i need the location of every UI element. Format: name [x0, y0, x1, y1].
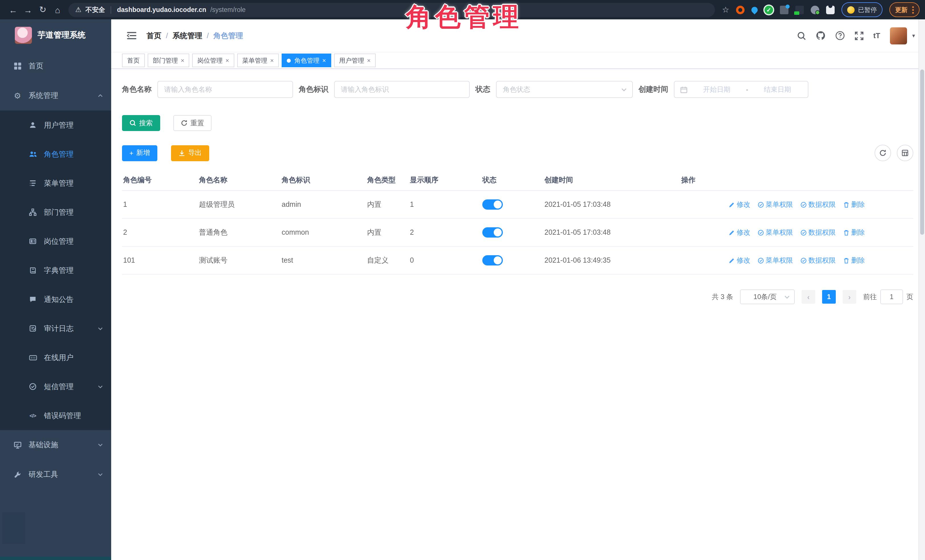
extension-misc-icon[interactable]: [780, 5, 788, 14]
sidebar-item-infrastructure[interactable]: 基础设施: [0, 430, 111, 460]
sidebar-item-system-management[interactable]: ⚙ 系统管理: [0, 81, 111, 111]
screen: ← → ↻ ⌂ ⚠ 不安全 dashboard.yudao.iocoder.cn…: [0, 0, 925, 560]
app-shell: 芋道管理系统 首页 ⚙ 系统管理 用户: [0, 20, 925, 560]
url-path[interactable]: /system/role: [210, 6, 246, 13]
security-warning-icon[interactable]: ⚠: [75, 6, 81, 14]
action-delete-link[interactable]: 删除: [843, 200, 865, 209]
status-toggle[interactable]: [482, 200, 503, 210]
circle-check-icon: [758, 257, 764, 263]
page-number-1[interactable]: 1: [822, 290, 836, 304]
url-host[interactable]: dashboard.yudao.iocoder.cn: [117, 6, 206, 13]
browser-reload-icon[interactable]: ↻: [35, 2, 50, 17]
export-button[interactable]: 导出: [171, 145, 209, 161]
sidebar-item-notice[interactable]: 通知公告: [0, 285, 111, 314]
scrollbar-thumb[interactable]: [920, 69, 924, 235]
tab-post-management[interactable]: 岗位管理 ×: [193, 54, 234, 67]
sidebar-item-online-user[interactable]: 在线用户: [0, 343, 111, 372]
tree-icon: [29, 208, 37, 216]
paused-pill[interactable]: 已暂停: [842, 2, 883, 17]
extensions-puzzle-icon[interactable]: [826, 5, 835, 14]
action-delete-link[interactable]: 删除: [843, 255, 865, 265]
action-data-permission-link[interactable]: 数据权限: [800, 228, 836, 237]
page-size-select[interactable]: 10条/页: [740, 290, 795, 304]
breadcrumb-system[interactable]: 系统管理: [172, 30, 202, 41]
avatar-caret-down-icon[interactable]: ▾: [912, 33, 915, 39]
close-icon[interactable]: ×: [367, 57, 371, 64]
browser-update-button[interactable]: 更新: [889, 2, 920, 17]
sidebar-item-error-code-management[interactable]: </> 错误码管理: [0, 401, 111, 430]
close-icon[interactable]: ×: [270, 57, 274, 64]
tab-label: 用户管理: [339, 56, 364, 65]
action-menu-permission-link[interactable]: 菜单权限: [758, 228, 793, 237]
extension-donut-icon[interactable]: [736, 5, 744, 14]
sidebar-item-sms-management[interactable]: 短信管理: [0, 372, 111, 401]
sidebar-item-post-management[interactable]: 岗位管理: [0, 227, 111, 256]
user-avatar[interactable]: [890, 27, 907, 44]
search-icon[interactable]: [797, 31, 806, 40]
extension-drop-icon[interactable]: [750, 5, 759, 14]
plus-icon: +: [130, 149, 133, 157]
breadcrumb-home[interactable]: 首页: [146, 30, 161, 41]
help-icon[interactable]: [835, 31, 845, 41]
tab-home[interactable]: 首页: [122, 54, 145, 67]
action-edit-link[interactable]: 修改: [729, 228, 750, 237]
bookmark-star-icon[interactable]: ☆: [722, 5, 729, 14]
status-label: 状态: [476, 84, 490, 95]
action-menu-permission-link[interactable]: 菜单权限: [758, 255, 793, 265]
sidebar-item-home[interactable]: 首页: [0, 51, 111, 81]
sidebar-item-dept-management[interactable]: 部门管理: [0, 198, 111, 227]
tab-user-management[interactable]: 用户管理 ×: [334, 54, 376, 67]
browser-home-icon[interactable]: ⌂: [50, 2, 65, 17]
text-size-icon[interactable]: tT: [873, 32, 880, 40]
fullscreen-icon[interactable]: [854, 31, 863, 40]
sidebar-item-role-management[interactable]: 角色管理: [0, 140, 111, 169]
tab-dept-management[interactable]: 部门管理 ×: [148, 54, 190, 67]
role-key-input[interactable]: [334, 81, 470, 98]
page-scrollbar[interactable]: [919, 20, 925, 560]
add-button[interactable]: + 新增: [122, 145, 157, 161]
sidebar-item-menu-management[interactable]: 菜单管理: [0, 169, 111, 198]
role-name-input[interactable]: [157, 81, 293, 98]
column-settings-button[interactable]: [897, 145, 913, 161]
browser-forward-icon[interactable]: →: [21, 2, 35, 17]
github-icon[interactable]: [815, 31, 825, 41]
sidebar-item-audit-log[interactable]: 审计日志: [0, 314, 111, 343]
action-data-permission-link[interactable]: 数据权限: [800, 200, 836, 209]
sidebar-item-dev-tools[interactable]: 研发工具: [0, 460, 111, 489]
action-delete-link[interactable]: 删除: [843, 228, 865, 237]
hamburger-icon[interactable]: [127, 32, 137, 40]
col-role-type: 角色类型: [366, 170, 409, 191]
sidebar-item-user-management[interactable]: 用户管理: [0, 111, 111, 140]
extension-profile-icon[interactable]: [811, 5, 819, 14]
sidebar-item-dict-management[interactable]: 字典管理: [0, 256, 111, 285]
browser-menu-kebab-icon[interactable]: [912, 6, 914, 14]
extension-check-icon[interactable]: ✓: [765, 5, 773, 14]
goto-page-input[interactable]: [880, 290, 903, 304]
prev-page-button[interactable]: ‹: [801, 290, 815, 304]
status-toggle[interactable]: [482, 255, 503, 266]
address-bar[interactable]: ⚠ 不安全 dashboard.yudao.iocoder.cn /system…: [68, 3, 715, 17]
status-toggle[interactable]: [482, 227, 503, 237]
tab-menu-management[interactable]: 菜单管理 ×: [237, 54, 279, 67]
app-logo-row[interactable]: 芋道管理系统: [0, 20, 111, 51]
status-select[interactable]: 角色状态: [496, 81, 633, 98]
sidebar-item-label: 研发工具: [29, 470, 58, 480]
action-edit-link[interactable]: 修改: [729, 255, 750, 265]
circle-check-icon: [800, 229, 807, 236]
next-page-button[interactable]: ›: [843, 290, 856, 304]
tab-role-management[interactable]: 角色管理 ×: [282, 54, 331, 67]
action-edit-link[interactable]: 修改: [729, 200, 750, 209]
close-icon[interactable]: ×: [181, 57, 184, 64]
browser-back-icon[interactable]: ←: [6, 2, 21, 17]
close-icon[interactable]: ×: [226, 57, 229, 64]
extension-on-badge-icon[interactable]: [795, 5, 804, 14]
action-data-permission-link[interactable]: 数据权限: [800, 255, 836, 265]
security-label[interactable]: 不安全: [86, 5, 105, 14]
date-range-picker[interactable]: 开始日期 - 结束日期: [674, 81, 808, 98]
search-button[interactable]: 搜索: [122, 115, 160, 131]
action-menu-permission-link[interactable]: 菜单权限: [758, 200, 793, 209]
refresh-table-button[interactable]: [875, 145, 891, 161]
reset-button[interactable]: 重置: [173, 115, 211, 131]
cell-role-name: 测试账号: [198, 246, 280, 274]
close-icon[interactable]: ×: [322, 57, 326, 64]
